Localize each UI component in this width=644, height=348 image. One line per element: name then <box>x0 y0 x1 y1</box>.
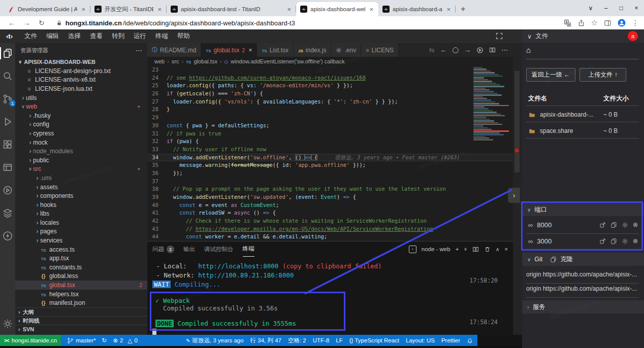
reload-icon[interactable]: ↻ <box>39 19 45 27</box>
open-external-icon[interactable] <box>599 222 606 228</box>
close-tab-icon[interactable]: × <box>368 6 374 13</box>
breadcrumb-item[interactable]: web <box>154 58 165 64</box>
run-debug-icon[interactable] <box>2 116 14 128</box>
split-terminal-icon[interactable] <box>472 246 479 253</box>
blame-indicator[interactable]: ✎琚致远, 3 years ago <box>186 337 243 344</box>
folder-row[interactable]: ›config <box>15 120 147 129</box>
services-section-header[interactable]: › 服务 <box>522 300 644 314</box>
file-row[interactable]: ≡LICENSE-antvis-x6.txt <box>15 76 147 85</box>
folder-row[interactable]: ›libs <box>15 210 147 219</box>
terminal-tab-输出[interactable]: 输出 <box>183 241 195 257</box>
nav-forward-icon[interactable]: → <box>464 46 471 54</box>
sync-icon[interactable]: ↻ <box>102 337 107 344</box>
folder-row[interactable]: ›.husky <box>15 111 147 120</box>
menu-item-文件[interactable]: 文件 <box>20 32 42 41</box>
folder-row[interactable]: ∨web● <box>15 102 147 111</box>
file-row[interactable]: TSglobal.tsx2 <box>15 281 147 290</box>
folder-row[interactable]: ›components <box>15 191 147 200</box>
panel-expand-button[interactable]: › <box>508 188 520 203</box>
menu-item-终端[interactable]: 终端 <box>151 32 173 41</box>
status-item[interactable]: 行 34, 列 47 <box>250 337 281 344</box>
upload-file-button[interactable]: 上传文件 ↑ <box>579 68 626 82</box>
go-up-button[interactable]: 返回上一级 ← <box>526 68 575 82</box>
folder-row[interactable]: ›services <box>15 236 147 245</box>
editor-tab[interactable]: TSList.tsx <box>257 43 294 57</box>
kill-terminal-icon[interactable] <box>484 246 491 253</box>
run-circle-icon[interactable] <box>476 47 484 54</box>
layers-icon[interactable] <box>2 207 14 219</box>
status-item[interactable]: Layout: US <box>406 337 435 343</box>
more-actions-icon[interactable]: ⋯ <box>501 46 508 54</box>
close-tab-icon[interactable]: × <box>248 47 252 54</box>
fullscreen-icon[interactable] <box>495 32 503 40</box>
back-icon[interactable]: ← <box>8 19 15 27</box>
folder-row[interactable]: ∨src● <box>15 165 147 174</box>
git-remote-row[interactable]: origin https://github.com/apache/apisix-… <box>526 285 640 292</box>
new-tab-button[interactable]: + <box>456 2 470 16</box>
menu-item-帮助[interactable]: 帮助 <box>173 32 195 41</box>
folder-row[interactable]: ›utils <box>15 93 147 102</box>
ports-section-header[interactable]: ∨ 端口 <box>522 203 644 216</box>
browser-tab[interactable]: ‹t›开发空间 - TitanIDE× <box>90 2 167 16</box>
gear-icon[interactable] <box>622 238 628 245</box>
editor-tab[interactable]: ≡LICENS <box>361 43 399 57</box>
file-row[interactable]: ≡LICENSE-json.lua.txt <box>15 84 147 93</box>
forward-icon[interactable]: → <box>23 19 30 27</box>
shell-name[interactable]: node - web <box>422 246 450 252</box>
file-row[interactable]: {}global.less <box>15 272 147 281</box>
sidebar-section-大纲[interactable]: ›大纲 <box>15 307 147 316</box>
breadcrumb-item[interactable]: src <box>172 58 179 64</box>
browser-tab[interactable]: Development Guide | Apache× <box>4 2 90 16</box>
file-row[interactable]: {}manifest.json <box>15 298 147 307</box>
file-row[interactable]: ≡LICENSE-ant-design-pro.txt <box>15 66 147 76</box>
minimize-window-icon[interactable]: – <box>598 5 614 12</box>
scrollbar-thumb[interactable] <box>514 71 520 172</box>
terminal-tab-问题[interactable]: 问题2 <box>152 241 174 257</box>
notifications-bell-icon[interactable] <box>467 337 473 344</box>
source-control-icon[interactable]: 1 <box>2 93 14 105</box>
compare-changes-icon[interactable]: ⇆ <box>429 46 435 54</box>
folder-row[interactable]: ›assets <box>15 183 147 192</box>
lightning-icon[interactable] <box>2 230 14 242</box>
close-tab-icon[interactable]: × <box>286 6 292 13</box>
editor-tab[interactable]: JSindex.js <box>294 43 331 57</box>
bookmark-star-icon[interactable]: ☆ <box>591 18 598 27</box>
share-icon[interactable] <box>577 19 585 27</box>
preview-icon[interactable] <box>2 161 14 173</box>
minimap[interactable] <box>473 67 509 141</box>
explorer-root-folder[interactable]: ∨ APISIX-DASHBOARD-WEB <box>15 57 147 66</box>
editor-tab[interactable]: ⓘREADME.md <box>147 43 201 57</box>
editor-tab[interactable]: TSglobal.tsx2× <box>201 43 257 57</box>
folder-row[interactable]: ›cypress <box>15 129 147 138</box>
nav-back-icon[interactable]: ← <box>440 46 447 54</box>
remote-file-row[interactable]: space.share~ 0 B <box>528 125 639 137</box>
remote-file-row[interactable]: apisix-dashboard-...~ 0 B <box>528 109 639 121</box>
maximize-panel-icon[interactable]: ∧ <box>496 247 499 252</box>
sidebar-section-SVN[interactable]: ›SVN <box>15 325 147 333</box>
menu-item-选择[interactable]: 选择 <box>63 32 85 41</box>
more-actions-icon[interactable]: ⋯ <box>136 47 142 54</box>
breadcrumb[interactable]: web›src›TSglobal.tsx›◇window.addEventLis… <box>147 57 513 66</box>
file-row[interactable]: TSapp.tsx <box>15 254 147 263</box>
side-panel-icon[interactable] <box>604 19 611 27</box>
search-icon[interactable] <box>2 70 14 82</box>
new-terminal-icon[interactable]: + <box>456 246 459 252</box>
git-remote-row[interactable]: origin https://github.com/apache/apisix-… <box>526 271 640 278</box>
copy-icon[interactable] <box>610 222 617 228</box>
folder-row[interactable]: ›locales <box>15 218 147 227</box>
menu-item-查看[interactable]: 查看 <box>85 32 107 41</box>
play-circle-icon[interactable] <box>2 184 14 196</box>
port-row[interactable]: ∞3000⊗ <box>528 234 638 248</box>
chevron-down-icon[interactable]: ∨ <box>464 247 467 252</box>
folder-row[interactable]: ›mock <box>15 138 147 147</box>
browser-tab[interactable]: ‹t›apisix-dashboard-test - TitanID× <box>167 2 296 16</box>
translate-icon[interactable] <box>564 19 571 27</box>
status-item[interactable]: Prettier <box>441 337 460 343</box>
folder-row[interactable]: ›node_modules <box>15 147 147 156</box>
browser-menu-icon[interactable]: ⋮ <box>632 19 639 27</box>
remote-indicator[interactable]: ><hongxi.titanide.cn <box>0 335 61 346</box>
status-item[interactable]: UTF-8 <box>313 337 330 343</box>
close-port-icon[interactable]: ⊗ <box>633 221 638 228</box>
settings-gear-icon[interactable] <box>2 318 14 330</box>
git-clone-label[interactable]: 克隆 <box>560 255 573 264</box>
